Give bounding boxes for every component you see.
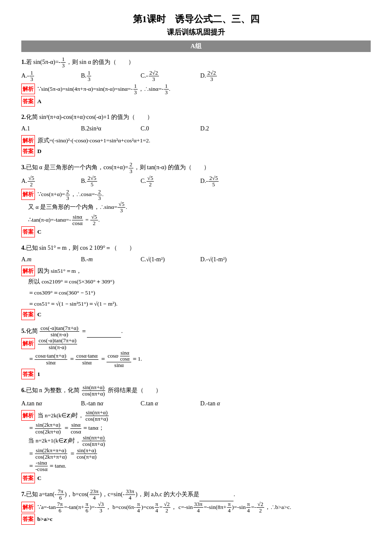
question-4: 4.已知 sin 51°＝m，则 cos 2 109°＝（ ） A.m B.-m…	[21, 243, 371, 320]
question-3: 3.已知 α 是三角形的一个内角，cos(π+α)=23，则 tan(π-α) …	[21, 162, 371, 237]
question-1: 1.若 sin(5π-α)=-13，则 sin α 的值为（ ） A.-13 B…	[21, 56, 371, 107]
question-7: 7.已知 a=tan(-7π6)，b=cos(23π4)，c=sin(-33π4…	[21, 489, 371, 525]
question-6: 6.已知 n 为整数，化简 sin(nπ+α)cos(nπ+α) 所得结果是（ …	[21, 384, 371, 483]
page-subtitle: 课后训练巩固提升	[21, 27, 371, 37]
question-5: 5.化简 cos(-α)tan(7π+α)sin(π-α) ＝. 解析 cos(…	[21, 325, 371, 379]
page-title: 第1课时 诱导公式二、三、四	[21, 13, 371, 26]
question-2: 2.化简 sin²(π+α)-cos(π+α)·cos(-α)+1 的值为（ ）…	[21, 112, 371, 156]
section-header: A组	[21, 40, 371, 52]
